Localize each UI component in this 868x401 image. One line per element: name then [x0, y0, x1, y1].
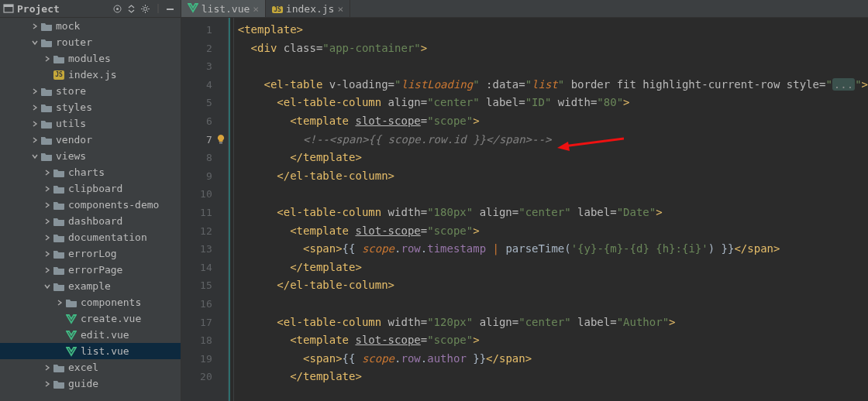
tree-arrow-icon[interactable]	[43, 186, 51, 192]
tree-item-label: documentation	[68, 231, 147, 243]
svg-rect-6	[167, 9, 174, 10]
line-number[interactable]: 2	[181, 39, 228, 58]
target-icon[interactable]	[111, 2, 125, 15]
tree-item-label: excel	[68, 362, 98, 373]
line-number[interactable]: 11	[181, 204, 228, 222]
tree-item[interactable]: components-demo	[0, 197, 181, 213]
folder-icon	[53, 378, 65, 390]
divider	[153, 2, 164, 15]
line-number[interactable]: 14	[181, 259, 228, 277]
tree-item[interactable]: charts	[0, 164, 181, 180]
line-number[interactable]: 1	[181, 21, 228, 39]
tree-arrow-icon[interactable]	[43, 202, 51, 208]
tree-item-label: router	[56, 36, 92, 48]
tree-arrow-icon[interactable]	[31, 153, 39, 159]
gear-icon[interactable]	[139, 2, 153, 15]
editor-tab[interactable]: list.vue×	[181, 0, 266, 17]
tree-item[interactable]: guide	[0, 375, 181, 392]
line-number[interactable]: 3	[181, 57, 228, 76]
tree-arrow-icon[interactable]	[43, 267, 51, 273]
tree-item[interactable]: create.vue	[0, 310, 181, 327]
tree-arrow-icon[interactable]	[56, 300, 64, 306]
vue-icon	[65, 329, 78, 341]
vue-icon	[188, 2, 198, 15]
tab-label: list.vue	[202, 3, 250, 15]
project-sidebar: Project mockroutermodulesJSindex.jsstore…	[0, 0, 181, 401]
line-number[interactable]: 18	[181, 331, 228, 350]
folder-icon	[65, 296, 78, 309]
folder-icon	[40, 85, 53, 98]
tree-arrow-icon[interactable]	[43, 283, 51, 290]
project-icon	[3, 3, 14, 14]
tree-item[interactable]: edit.vue	[0, 327, 181, 343]
tree-arrow-icon[interactable]	[31, 88, 39, 94]
tree-item-label: store	[56, 85, 86, 97]
tree-item[interactable]: router	[0, 34, 181, 50]
tree-item-label: modules	[68, 53, 111, 64]
tree-item-label: dashboard	[68, 215, 122, 227]
tree-item[interactable]: views	[0, 148, 181, 164]
line-number[interactable]: 16	[181, 295, 228, 314]
tree-item[interactable]: mock	[0, 18, 181, 34]
line-number[interactable]: 13	[181, 240, 228, 259]
tree-item-label: components-demo	[68, 199, 159, 211]
tree-item[interactable]: dashboard	[0, 213, 181, 229]
line-number[interactable]: 8	[181, 149, 228, 167]
tree-arrow-icon[interactable]	[43, 56, 51, 62]
tree-arrow-icon[interactable]	[43, 251, 51, 257]
hide-icon[interactable]	[164, 2, 177, 15]
tree-arrow-icon[interactable]	[43, 218, 51, 224]
folder-icon	[53, 199, 65, 211]
tree-arrow-icon[interactable]	[43, 235, 51, 241]
tree-arrow-icon[interactable]	[31, 39, 39, 46]
tree-item-label: example	[68, 280, 111, 292]
gutter[interactable]: 1234567891011121314151617181920	[181, 18, 229, 401]
folder-icon	[40, 134, 53, 146]
tree-arrow-icon[interactable]	[43, 365, 51, 371]
project-tree[interactable]: mockroutermodulesJSindex.jsstorestylesut…	[0, 18, 181, 401]
tree-item[interactable]: JSindex.js	[0, 67, 181, 83]
line-number[interactable]: 20	[181, 368, 228, 386]
tree-arrow-icon[interactable]	[31, 23, 39, 29]
sidebar-header: Project	[0, 0, 181, 18]
tree-item[interactable]: example	[0, 278, 181, 294]
folder-icon	[40, 101, 53, 114]
tree-arrow-icon[interactable]	[43, 381, 51, 387]
line-number[interactable]: 9	[181, 167, 228, 186]
svg-rect-1	[4, 5, 13, 7]
js-icon: JS	[272, 2, 283, 15]
close-icon[interactable]: ×	[337, 3, 343, 15]
tree-item[interactable]: utils	[0, 115, 181, 132]
tree-item[interactable]: vendor	[0, 132, 181, 148]
tree-item[interactable]: styles	[0, 99, 181, 115]
tree-item-label: edit.vue	[81, 329, 129, 341]
line-number[interactable]: 10	[181, 185, 228, 204]
tree-item[interactable]: errorPage	[0, 262, 181, 278]
line-number[interactable]: 6	[181, 112, 228, 131]
collapse-icon[interactable]	[125, 2, 139, 15]
tree-item[interactable]: clipboard	[0, 180, 181, 197]
close-icon[interactable]: ×	[253, 3, 259, 15]
code-text[interactable]: <template> <div class="app-container"> <…	[229, 18, 868, 401]
line-number[interactable]: 17	[181, 314, 228, 332]
tree-arrow-icon[interactable]	[43, 170, 51, 176]
tree-item[interactable]: documentation	[0, 229, 181, 245]
tree-item[interactable]: components	[0, 294, 181, 310]
tree-arrow-icon[interactable]	[31, 121, 39, 127]
tree-item[interactable]: modules	[0, 50, 181, 67]
tree-item[interactable]: store	[0, 83, 181, 99]
tree-item-selected[interactable]: list.vue	[0, 343, 181, 359]
line-number[interactable]: 12	[181, 222, 228, 241]
line-number[interactable]: 5	[181, 94, 228, 112]
line-number[interactable]: 19	[181, 350, 228, 368]
folder-icon	[53, 215, 65, 228]
line-number[interactable]: 4	[181, 76, 228, 94]
tree-arrow-icon[interactable]	[31, 105, 39, 111]
intention-bulb-icon[interactable]	[215, 134, 226, 145]
tree-arrow-icon[interactable]	[31, 137, 39, 143]
editor-tab[interactable]: JSindex.js×	[266, 0, 350, 17]
tree-item[interactable]: errorLog	[0, 245, 181, 262]
tree-item[interactable]: excel	[0, 359, 181, 375]
tree-item-label: create.vue	[81, 313, 141, 324]
line-number[interactable]: 15	[181, 276, 228, 295]
